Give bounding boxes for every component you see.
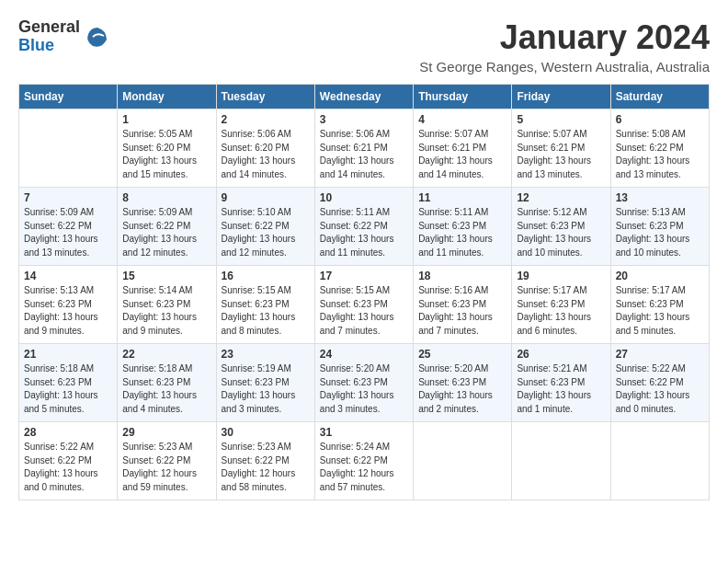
- day-number: 31: [320, 426, 408, 439]
- day-number: 1: [122, 113, 210, 126]
- day-info: Sunrise: 5:05 AM Sunset: 6:20 PM Dayligh…: [122, 128, 210, 181]
- header-monday: Monday: [118, 85, 216, 109]
- calendar-cell: 17Sunrise: 5:15 AM Sunset: 6:23 PM Dayli…: [314, 266, 413, 344]
- day-info: Sunrise: 5:18 AM Sunset: 6:23 PM Dayligh…: [24, 362, 112, 416]
- header-tuesday: Tuesday: [216, 85, 314, 109]
- day-info: Sunrise: 5:11 AM Sunset: 6:22 PM Dayligh…: [320, 206, 408, 259]
- main-title: January 2024: [419, 18, 710, 57]
- day-info: Sunrise: 5:09 AM Sunset: 6:22 PM Dayligh…: [24, 206, 112, 259]
- calendar-cell: 29Sunrise: 5:23 AM Sunset: 6:22 PM Dayli…: [118, 422, 216, 500]
- day-number: 4: [418, 113, 506, 126]
- calendar-cell: 12Sunrise: 5:12 AM Sunset: 6:23 PM Dayli…: [512, 188, 610, 266]
- day-number: 7: [24, 191, 112, 204]
- day-info: Sunrise: 5:07 AM Sunset: 6:21 PM Dayligh…: [418, 128, 506, 181]
- calendar-cell: 18Sunrise: 5:16 AM Sunset: 6:23 PM Dayli…: [414, 266, 512, 344]
- day-info: Sunrise: 5:23 AM Sunset: 6:22 PM Dayligh…: [222, 441, 310, 494]
- calendar-cell: 19Sunrise: 5:17 AM Sunset: 6:23 PM Dayli…: [512, 266, 610, 344]
- day-info: Sunrise: 5:07 AM Sunset: 6:21 PM Dayligh…: [517, 128, 605, 181]
- day-info: Sunrise: 5:08 AM Sunset: 6:22 PM Dayligh…: [616, 128, 704, 181]
- day-info: Sunrise: 5:06 AM Sunset: 6:20 PM Dayligh…: [222, 128, 310, 181]
- day-number: 10: [320, 191, 408, 204]
- day-number: 13: [616, 191, 704, 204]
- day-info: Sunrise: 5:17 AM Sunset: 6:23 PM Dayligh…: [616, 284, 704, 338]
- calendar-week-3: 14Sunrise: 5:13 AM Sunset: 6:23 PM Dayli…: [19, 266, 710, 344]
- logo-blue: Blue: [18, 36, 54, 54]
- header-sunday: Sunday: [19, 85, 118, 109]
- calendar-cell: 25Sunrise: 5:20 AM Sunset: 6:23 PM Dayli…: [414, 344, 512, 422]
- calendar-header-row: SundayMondayTuesdayWednesdayThursdayFrid…: [19, 85, 710, 109]
- day-number: 11: [418, 191, 506, 204]
- day-info: Sunrise: 5:09 AM Sunset: 6:22 PM Dayligh…: [122, 206, 210, 259]
- day-info: Sunrise: 5:19 AM Sunset: 6:23 PM Dayligh…: [222, 362, 310, 416]
- title-block: January 2024 St George Ranges, Western A…: [419, 18, 710, 75]
- day-info: Sunrise: 5:21 AM Sunset: 6:23 PM Dayligh…: [517, 362, 605, 416]
- calendar-week-4: 21Sunrise: 5:18 AM Sunset: 6:23 PM Dayli…: [19, 344, 710, 422]
- day-info: Sunrise: 5:12 AM Sunset: 6:23 PM Dayligh…: [517, 206, 605, 259]
- day-number: 27: [616, 348, 704, 361]
- day-info: Sunrise: 5:22 AM Sunset: 6:22 PM Dayligh…: [616, 362, 704, 416]
- calendar-cell: [610, 422, 709, 500]
- day-number: 5: [517, 113, 605, 126]
- calendar-cell: 22Sunrise: 5:18 AM Sunset: 6:23 PM Dayli…: [118, 344, 216, 422]
- calendar-cell: 11Sunrise: 5:11 AM Sunset: 6:23 PM Dayli…: [414, 188, 512, 266]
- calendar-cell: 20Sunrise: 5:17 AM Sunset: 6:23 PM Dayli…: [610, 266, 709, 344]
- day-info: Sunrise: 5:06 AM Sunset: 6:21 PM Dayligh…: [320, 128, 408, 181]
- calendar-cell: [19, 109, 118, 188]
- day-info: Sunrise: 5:24 AM Sunset: 6:22 PM Dayligh…: [320, 441, 408, 494]
- day-number: 29: [122, 426, 210, 439]
- calendar-cell: 24Sunrise: 5:20 AM Sunset: 6:23 PM Dayli…: [314, 344, 413, 422]
- day-number: 15: [122, 270, 210, 282]
- day-number: 30: [222, 426, 310, 439]
- day-number: 24: [320, 348, 408, 361]
- day-info: Sunrise: 5:20 AM Sunset: 6:23 PM Dayligh…: [418, 362, 506, 416]
- day-info: Sunrise: 5:15 AM Sunset: 6:23 PM Dayligh…: [222, 284, 310, 338]
- day-info: Sunrise: 5:14 AM Sunset: 6:23 PM Dayligh…: [122, 284, 210, 338]
- calendar-cell: 6Sunrise: 5:08 AM Sunset: 6:22 PM Daylig…: [610, 109, 709, 188]
- day-number: 28: [24, 426, 112, 439]
- day-number: 14: [24, 270, 112, 282]
- calendar-cell: 23Sunrise: 5:19 AM Sunset: 6:23 PM Dayli…: [216, 344, 314, 422]
- day-info: Sunrise: 5:13 AM Sunset: 6:23 PM Dayligh…: [24, 284, 112, 338]
- calendar-cell: 14Sunrise: 5:13 AM Sunset: 6:23 PM Dayli…: [19, 266, 118, 344]
- calendar-cell: 16Sunrise: 5:15 AM Sunset: 6:23 PM Dayli…: [216, 266, 314, 344]
- day-number: 3: [320, 113, 408, 126]
- calendar-cell: 10Sunrise: 5:11 AM Sunset: 6:22 PM Dayli…: [314, 188, 413, 266]
- day-number: 26: [517, 348, 605, 361]
- day-info: Sunrise: 5:23 AM Sunset: 6:22 PM Dayligh…: [122, 441, 210, 494]
- day-number: 25: [418, 348, 506, 361]
- day-number: 12: [517, 191, 605, 204]
- calendar-cell: [512, 422, 610, 500]
- calendar-cell: 2Sunrise: 5:06 AM Sunset: 6:20 PM Daylig…: [216, 109, 314, 188]
- day-info: Sunrise: 5:13 AM Sunset: 6:23 PM Dayligh…: [616, 206, 704, 259]
- logo: General Blue: [18, 18, 111, 55]
- day-number: 20: [616, 270, 704, 282]
- day-info: Sunrise: 5:11 AM Sunset: 6:23 PM Dayligh…: [418, 206, 506, 259]
- day-info: Sunrise: 5:17 AM Sunset: 6:23 PM Dayligh…: [517, 284, 605, 338]
- day-info: Sunrise: 5:22 AM Sunset: 6:22 PM Dayligh…: [24, 441, 112, 494]
- day-number: 8: [122, 191, 210, 204]
- calendar-cell: 5Sunrise: 5:07 AM Sunset: 6:21 PM Daylig…: [512, 109, 610, 188]
- logo-general: General: [18, 17, 80, 36]
- calendar-table: SundayMondayTuesdayWednesdayThursdayFrid…: [18, 84, 710, 500]
- logo-icon: [84, 23, 111, 51]
- day-info: Sunrise: 5:10 AM Sunset: 6:22 PM Dayligh…: [222, 206, 310, 259]
- calendar-cell: 28Sunrise: 5:22 AM Sunset: 6:22 PM Dayli…: [19, 422, 118, 500]
- calendar-cell: 8Sunrise: 5:09 AM Sunset: 6:22 PM Daylig…: [118, 188, 216, 266]
- calendar-cell: 1Sunrise: 5:05 AM Sunset: 6:20 PM Daylig…: [118, 109, 216, 188]
- day-info: Sunrise: 5:18 AM Sunset: 6:23 PM Dayligh…: [122, 362, 210, 416]
- day-number: 2: [222, 113, 310, 126]
- calendar-week-2: 7Sunrise: 5:09 AM Sunset: 6:22 PM Daylig…: [19, 188, 710, 266]
- calendar-week-5: 28Sunrise: 5:22 AM Sunset: 6:22 PM Dayli…: [19, 422, 710, 500]
- calendar-cell: 15Sunrise: 5:14 AM Sunset: 6:23 PM Dayli…: [118, 266, 216, 344]
- calendar-cell: 13Sunrise: 5:13 AM Sunset: 6:23 PM Dayli…: [610, 188, 709, 266]
- header-thursday: Thursday: [414, 85, 512, 109]
- day-info: Sunrise: 5:16 AM Sunset: 6:23 PM Dayligh…: [418, 284, 506, 338]
- calendar-cell: [414, 422, 512, 500]
- calendar-cell: 9Sunrise: 5:10 AM Sunset: 6:22 PM Daylig…: [216, 188, 314, 266]
- day-number: 6: [616, 113, 704, 126]
- day-number: 19: [517, 270, 605, 282]
- day-number: 16: [222, 270, 310, 282]
- calendar-cell: 21Sunrise: 5:18 AM Sunset: 6:23 PM Dayli…: [19, 344, 118, 422]
- header-wednesday: Wednesday: [314, 85, 413, 109]
- calendar-cell: 7Sunrise: 5:09 AM Sunset: 6:22 PM Daylig…: [19, 188, 118, 266]
